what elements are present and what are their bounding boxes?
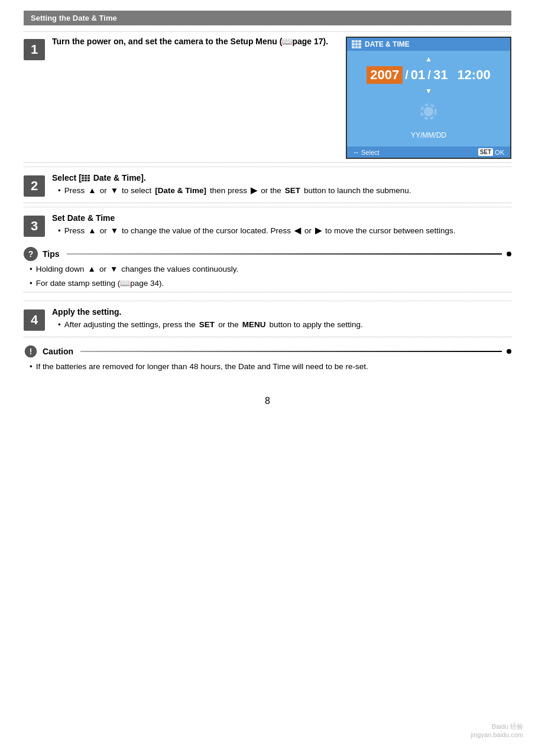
step-2-bullets: Press ▲ or ▼ to select [Date & Time] the… [52, 185, 511, 197]
screen-sep2: / [427, 69, 431, 82]
screen-ok-text: OK [495, 149, 504, 156]
step-3: 3 Set Date & Time Press ▲ or ▼ to change… [24, 207, 511, 297]
menu-grid-icon [82, 175, 90, 182]
tips-item-2: For date stamp setting (📖page 34). [30, 278, 511, 289]
tips-label: Tips [43, 249, 60, 259]
step-number-4: 4 [24, 309, 45, 331]
step-1: 1 Turn the power on, and set the camera … [24, 31, 511, 163]
screen-date-row: 2007 / 01 / 31 12:00 [354, 66, 503, 84]
screen-select-label: ↔ Select [353, 148, 380, 156]
step-number-3: 3 [24, 216, 45, 237]
step-number-2: 2 [24, 175, 45, 197]
step-4: 4 Apply the setting. After adjusting the… [24, 301, 511, 337]
svg-rect-11 [82, 175, 84, 177]
screen-body: ▲ 2007 / 01 / 31 12:00 ▼ [347, 51, 510, 146]
caution-header: ! Caution [24, 344, 511, 359]
svg-point-9 [424, 107, 433, 116]
step-2-title: Select [ Date & Time]. [52, 173, 511, 183]
grid-icon [352, 40, 361, 48]
step-4-bullets: After adjusting the settings, press the … [52, 319, 511, 331]
screen-bottom-bar: ↔ Select SET OK [347, 146, 510, 158]
svg-rect-3 [352, 43, 355, 45]
svg-rect-6 [352, 46, 355, 48]
svg-rect-8 [358, 46, 361, 48]
caution-dot [507, 349, 511, 354]
caution-icon: ! [24, 344, 38, 359]
svg-rect-16 [87, 177, 90, 179]
page-number: 8 [0, 396, 535, 406]
svg-rect-18 [85, 180, 87, 181]
tips-header: ? Tips [24, 247, 511, 261]
step-2-content: Select [ Date & Time]. Press ▲ or ▼ to s… [52, 173, 511, 199]
step-3-bullet-1: Press ▲ or ▼ to change the value of the … [58, 225, 511, 237]
svg-rect-4 [355, 43, 358, 45]
screen-title-bar: DATE & TIME [347, 38, 510, 51]
step-3-content: Set Date & Time Press ▲ or ▼ to change t… [52, 213, 511, 239]
caution-line [80, 351, 502, 352]
screen-hour: 12:00 [457, 67, 490, 83]
screen-select-text: Select [361, 149, 380, 156]
watermark: Baidu 经验 jingyan.baidu.com [471, 722, 523, 738]
step-3-bullets: Press ▲ or ▼ to change the value of the … [52, 225, 511, 237]
tips-line [67, 253, 502, 255]
set-badge: SET [478, 148, 493, 156]
watermark-text: Baidu 经验 [471, 722, 523, 731]
svg-rect-19 [87, 180, 90, 181]
screen-day: 31 [433, 67, 448, 83]
svg-rect-0 [352, 40, 355, 43]
screen-year: 2007 [367, 66, 403, 84]
tips-section: ? Tips Holding down ▲ or ▼ changes the v… [24, 247, 511, 293]
screen-format: YY/MM/DD [354, 131, 503, 139]
svg-rect-13 [87, 175, 90, 177]
step-4-content: Apply the setting. After adjusting the s… [52, 307, 511, 333]
section-title: Setting the Date & Time [31, 14, 117, 22]
svg-rect-12 [85, 175, 87, 177]
tips-list: Holding down ▲ or ▼ changes the values c… [24, 263, 511, 290]
svg-rect-15 [85, 177, 87, 179]
screen-sep1: / [405, 69, 408, 82]
step-1-title: Turn the power on, and set the camera to… [52, 37, 339, 46]
caution-label: Caution [43, 347, 73, 356]
down-arrow-indicator: ▼ [354, 87, 503, 94]
caution-section: ! Caution If the batteries are removed f… [24, 344, 511, 373]
camera-screen: DATE & TIME ▲ 2007 / 01 / 31 12:00 ▼ [346, 37, 511, 159]
svg-rect-1 [355, 40, 358, 43]
caution-item-1: If the batteries are removed for longer … [30, 361, 511, 373]
caution-svg-icon: ! [24, 343, 38, 360]
gear-icon [414, 97, 443, 126]
tips-item-1: Holding down ▲ or ▼ changes the values c… [30, 263, 511, 275]
svg-rect-7 [355, 46, 358, 48]
svg-rect-17 [82, 180, 84, 181]
svg-rect-5 [358, 43, 361, 45]
step-3-title: Set Date & Time [52, 213, 511, 223]
screen-month: 01 [411, 67, 425, 83]
screen-title-text: DATE & TIME [365, 40, 410, 48]
tips-dot [507, 252, 511, 256]
section-header: Setting the Date & Time [24, 11, 511, 25]
tips-icon: ? [24, 247, 38, 261]
step-number-1: 1 [24, 39, 45, 60]
svg-rect-14 [82, 177, 84, 179]
step-4-bullet-1: After adjusting the settings, press the … [58, 319, 511, 331]
step-4-title: Apply the setting. [52, 307, 511, 317]
svg-rect-2 [358, 40, 361, 43]
gear-area [354, 94, 503, 129]
up-arrow-indicator: ▲ [354, 56, 503, 63]
step-2: 2 Select [ Date & Time]. Press ▲ or ▼ to… [24, 167, 511, 203]
watermark-url: jingyan.baidu.com [471, 731, 523, 738]
caution-list: If the batteries are removed for longer … [24, 361, 511, 373]
screen-ok-label: SET OK [478, 148, 504, 156]
step-2-bullet-1: Press ▲ or ▼ to select [Date & Time] the… [58, 185, 511, 197]
svg-text:!: ! [30, 347, 33, 356]
step-1-content: Turn the power on, and set the camera to… [52, 37, 339, 48]
